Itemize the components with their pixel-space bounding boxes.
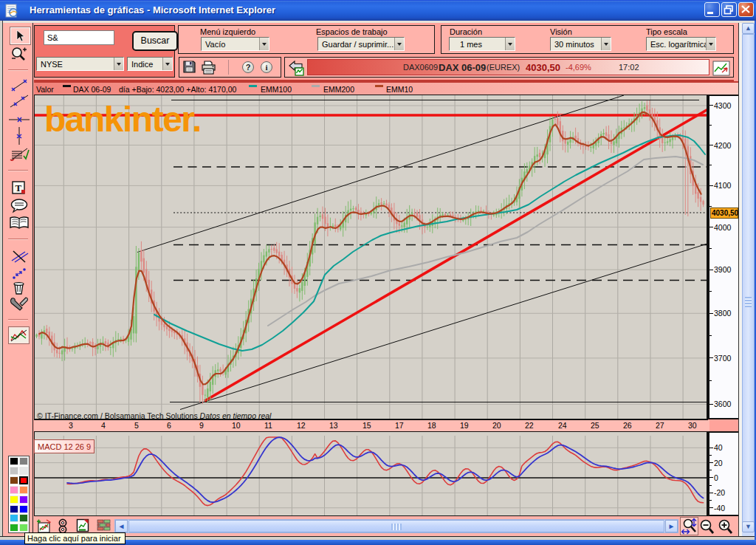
- svg-text:bankinter.: bankinter.: [44, 100, 201, 139]
- svg-text:T: T: [16, 182, 22, 193]
